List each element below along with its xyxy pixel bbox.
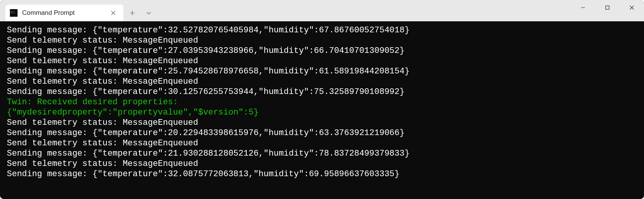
close-tab-button[interactable] [110,10,117,16]
svg-rect-2 [606,6,609,10]
terminal-line: Sending message: {"temperature":32.08757… [7,169,637,179]
new-tab-button[interactable] [124,5,141,21]
title-bar: C:\ Command Prompt [0,0,644,21]
terminal-line: Sending message: {"temperature":27.03953… [7,46,637,56]
terminal-line: Send telemetry status: MessageEnqueued [7,76,637,87]
terminal-line: Send telemetry status: MessageEnqueued [7,138,637,148]
terminal-line: Sending message: {"temperature":32.52782… [7,25,637,35]
close-window-button[interactable] [620,0,644,15]
terminal-icon: C:\ [10,9,18,17]
terminal-line: Sending message: {"temperature":21.93028… [7,148,637,159]
tab-command-prompt[interactable]: C:\ Command Prompt [5,5,124,21]
terminal-line: Send telemetry status: MessageEnqueued [7,159,637,169]
tab-dropdown-button[interactable] [141,5,156,21]
terminal-line: {"mydesiredproperty":"propertyvalue","$v… [7,107,637,118]
window-controls [571,0,644,15]
terminal-line: Sending message: {"temperature":20.22948… [7,128,637,138]
minimize-button[interactable] [571,0,595,15]
terminal-line: Send telemetry status: MessageEnqueued [7,56,637,66]
terminal-line: Sending message: {"temperature":25.79452… [7,66,637,76]
terminal-line: Send telemetry status: MessageEnqueued [7,35,637,46]
tab-title: Command Prompt [22,9,110,17]
terminal-line: Twin: Received desired properties: [7,97,637,107]
svg-text:C:\: C:\ [11,10,15,14]
window: C:\ Command Prompt Sending message: [0,0,644,199]
maximize-button[interactable] [595,0,620,15]
terminal-line: Send telemetry status: MessageEnqueued [7,118,637,128]
terminal-output[interactable]: Sending message: {"temperature":32.52782… [0,21,644,199]
terminal-line: Sending message: {"temperature":30.12576… [7,87,637,97]
